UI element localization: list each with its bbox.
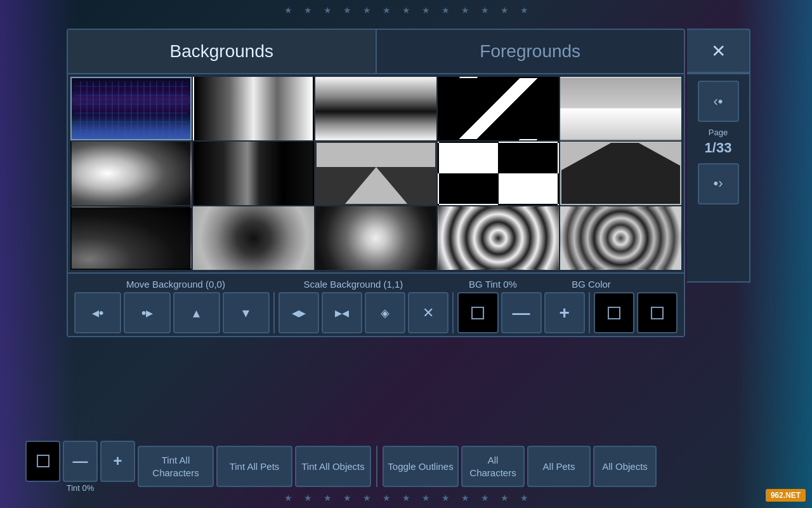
global-tint-controls: — + [25,441,135,482]
tint-all-pets-label: Tint All Pets [230,460,280,473]
bottom-vsep [376,446,377,487]
tint-all-characters-btn[interactable]: Tint All Characters [138,446,214,487]
all-characters-btn[interactable]: All Characters [461,446,525,487]
tint-inner-square [471,307,484,319]
tint-label: BG Tint 0% [429,279,556,290]
scale-reset-btn[interactable]: ✕ [408,292,449,333]
move-up-btn[interactable]: ▴ [173,292,220,333]
global-tint-label: Tint 0% [67,483,95,493]
move-down-btn[interactable]: ▾ [223,292,270,333]
tabs-row: Backgrounds Foregrounds [68,30,684,74]
move-right-btn[interactable]: •▸ [124,292,171,333]
toggle-outlines-label: Toggle Outlines [388,460,453,473]
page-number: 1/33 [705,138,732,158]
grid-cell-6[interactable] [70,142,192,205]
stars-bottom: ★★★★★ ★★★★★ ★★★ [284,493,528,503]
sep1 [273,292,275,333]
grid-cell-2[interactable] [193,77,314,140]
grid-cell-5[interactable] [560,77,681,140]
tint-all-objects-label: Tint All Objects [301,460,364,473]
tab-foregrounds-label: Foregrounds [480,41,580,62]
grid-cell-15[interactable] [560,206,681,270]
next-page-icon: •› [713,175,723,192]
bgcolor-btn1[interactable] [594,292,634,333]
tab-backgrounds[interactable]: Backgrounds [68,30,377,73]
bg-glow-left [0,0,76,508]
grid-cell-10[interactable] [560,142,681,205]
all-objects-btn[interactable]: All Objects [593,446,657,487]
toggle-outlines-btn[interactable]: Toggle Outlines [383,446,459,487]
page-info: Page 1/33 [705,127,732,158]
tab-backgrounds-label: Backgrounds [170,41,273,62]
grid-cell-8[interactable] [315,142,436,205]
scale-label: Scale Background (1,1) [277,279,429,290]
grid-cell-1[interactable] [70,77,192,140]
close-icon: ✕ [711,41,726,62]
bgcolor-label: BG Color [556,279,626,290]
tint-all-pets-btn[interactable]: Tint All Pets [216,446,292,487]
main-panel: Backgrounds Foregrounds [67,29,685,337]
move-label-text: Move Background (0,0) [126,279,225,290]
background-grid [68,74,684,272]
tab-foregrounds[interactable]: Foregrounds [377,30,684,73]
all-characters-label: All Characters [466,454,520,479]
close-btn[interactable]: ✕ [687,29,750,73]
bgcolor-btn2[interactable] [637,292,678,333]
tint-minus-btn[interactable]: — [501,292,542,333]
bgcolor-label-text: BG Color [572,279,611,290]
grid-cell-11[interactable] [70,206,192,270]
scale-compress-btn[interactable]: ▸◂ [322,292,362,333]
tint-all-objects-btn[interactable]: Tint All Objects [295,446,371,487]
global-tint-plus-btn[interactable]: + [100,441,135,482]
prev-page-btn[interactable]: ‹• [698,81,739,122]
all-pets-label: All Pets [543,460,575,473]
bgcolor-inner2 [651,307,664,319]
watermark: 962.NET [766,489,806,502]
move-left-btn[interactable]: ◂• [74,292,121,333]
scale-horiz-btn[interactable]: ◂▸ [278,292,319,333]
all-pets-btn[interactable]: All Pets [527,446,591,487]
controls-label-row: Move Background (0,0) Scale Background (… [72,279,680,292]
global-tint-inner [37,455,49,467]
grid-cell-14[interactable] [438,206,559,270]
bottom-action-bar: — + Tint 0% Tint All Characters Tint All… [25,443,787,490]
tint-label-text: BG Tint 0% [469,279,517,290]
tint-color-btn[interactable] [457,292,498,333]
bgcolor-inner1 [608,307,620,319]
global-tint-group: — + Tint 0% [25,441,135,493]
next-page-btn[interactable]: •› [698,163,739,204]
grid-cell-13[interactable] [315,206,436,270]
global-tint-color-btn[interactable] [25,441,60,482]
controls-bar: Move Background (0,0) Scale Background (… [68,272,684,336]
grid-cell-7[interactable] [193,142,314,205]
sep2 [452,292,454,333]
scale-label-text: Scale Background (1,1) [304,279,403,290]
all-objects-label: All Objects [602,460,648,473]
grid-cell-3[interactable] [315,77,436,140]
scale-vert-btn[interactable]: ◈ [365,292,405,333]
tint-plus-btn[interactable]: + [544,292,585,333]
sep3 [589,292,590,333]
prev-page-icon: ‹• [713,93,723,110]
move-label: Move Background (0,0) [74,279,277,290]
pagination-panel: ‹• Page 1/33 •› [687,73,750,283]
page-word: Page [705,127,732,138]
grid-cell-12[interactable] [193,206,314,270]
controls-btn-row: ◂• •▸ ▴ ▾ ◂▸ ▸◂ ◈ ✕ — + [72,292,680,333]
grid-cell-9[interactable] [438,142,559,205]
stars-top: ★★★★★ ★★★★★ ★★★ [284,5,528,15]
grid-cell-4[interactable] [438,77,559,140]
global-tint-minus-btn[interactable]: — [63,441,98,482]
tint-all-characters-label: Tint All Characters [152,454,199,479]
